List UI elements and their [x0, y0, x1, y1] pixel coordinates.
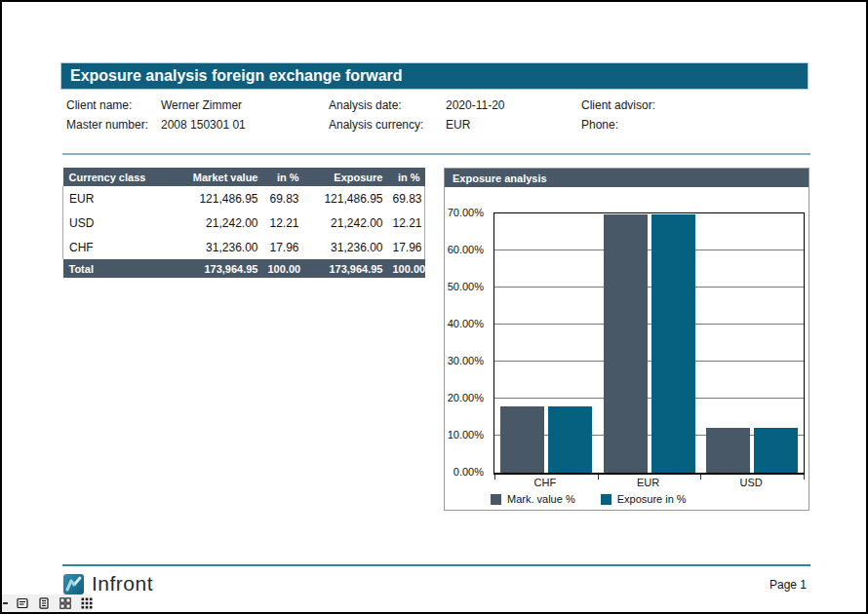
cell-market-pct: 17.96 [263, 235, 304, 259]
cell-exposure-pct: 12.21 [388, 211, 425, 235]
header-separator-line [62, 153, 810, 155]
page-number: Page 1 [769, 578, 807, 592]
legend-swatch [491, 494, 501, 505]
client-advisor-label: Client advisor: [581, 98, 655, 112]
y-tick-label: 10.00% [448, 429, 484, 441]
report-page: Exposure analysis foreign exchange forwa… [0, 0, 868, 614]
x-category-label: CHF [493, 477, 597, 488]
y-tick-label: 0.00% [454, 466, 484, 478]
bars-container [494, 213, 804, 473]
total-market-value: 173,964.95 [180, 259, 263, 278]
cell-market-pct: 12.21 [263, 211, 304, 235]
infront-logo-icon [62, 572, 86, 595]
bar-eur [651, 214, 695, 473]
chart-panel-header: Exposure analysis [445, 169, 809, 187]
category-slot-usd [700, 213, 804, 473]
col-header-market-pct: in % [263, 168, 304, 186]
chart-x-axis: CHFEURUSD [493, 477, 803, 488]
client-name-label: Client name: [66, 98, 132, 112]
currency-class-table: Currency class Market value in % Exposur… [62, 168, 425, 278]
legend-item: Exposure in % [601, 493, 687, 505]
cell-currency: CHF [63, 235, 180, 259]
y-tick-label: 70.00% [448, 207, 484, 218]
multi-page-view-icon[interactable] [59, 597, 71, 609]
table-row: EUR 121,486.95 69.83 121,486.95 69.83 [63, 186, 425, 211]
table-header-row: Currency class Market value in % Exposur… [63, 168, 425, 186]
y-tick-label: 50.00% [448, 281, 484, 292]
continuous-page-view-icon[interactable] [38, 597, 50, 609]
infront-logo: Infront [62, 572, 153, 595]
analysis-currency-value: EUR [446, 118, 470, 132]
legend-label: Exposure in % [617, 493, 687, 505]
master-number-value: 2008 150301 01 [161, 118, 246, 132]
analysis-date-value: 2020-11-20 [446, 98, 505, 112]
total-label: Total [63, 259, 180, 278]
bar-eur [604, 214, 648, 473]
category-slot-chf [494, 213, 598, 473]
table-row: USD 21,242.00 12.21 21,242.00 12.21 [63, 211, 425, 235]
cell-exposure-pct: 17.96 [388, 235, 425, 259]
col-header-market-value: Market value [180, 168, 263, 186]
category-slot-eur [598, 213, 701, 473]
cell-market-value: 21,242.00 [180, 211, 263, 235]
cell-currency: EUR [63, 186, 180, 211]
total-exposure-pct: 100.00 [388, 259, 425, 278]
footer-separator-line [62, 564, 810, 566]
report-title-bar: Exposure analysis foreign exchange forwa… [60, 62, 809, 90]
total-exposure: 173,964.95 [304, 259, 388, 278]
total-market-pct: 100.00 [263, 259, 304, 278]
y-tick-label: 20.00% [448, 392, 484, 403]
bar-chf [548, 406, 592, 473]
thumbnail-grid-icon[interactable] [81, 597, 93, 609]
brand-name: Infront [92, 572, 153, 595]
bar-usd [706, 428, 750, 473]
x-axis-tick [804, 475, 805, 480]
bar-chf [500, 406, 544, 473]
x-category-label: EUR [597, 477, 700, 488]
cell-market-value: 31,236.00 [180, 235, 263, 259]
cell-market-value: 121,486.95 [180, 186, 263, 211]
page-title: Exposure analysis foreign exchange forwa… [70, 67, 403, 85]
client-name-value: Werner Zimmer [161, 98, 242, 112]
analysis-date-label: Analysis date: [329, 98, 402, 112]
x-category-label: USD [699, 477, 803, 488]
cell-exposure: 31,236.00 [304, 235, 388, 259]
table-row: CHF 31,236.00 17.96 31,236.00 17.96 [63, 235, 425, 259]
toolbar-handle[interactable] [3, 602, 8, 604]
view-mode-toolbar [2, 595, 92, 612]
table-total-row: Total 173,964.95 100.00 173,964.95 100.0… [63, 259, 425, 278]
bar-usd [754, 428, 798, 473]
single-page-view-icon[interactable] [17, 597, 28, 609]
cell-exposure-pct: 69.83 [388, 186, 425, 211]
y-tick-label: 60.00% [448, 244, 484, 255]
col-header-exposure: Exposure [304, 168, 388, 186]
legend-item: Mark. value % [491, 493, 575, 505]
exposure-analysis-chart-panel: Exposure analysis 0.00%10.00%20.00%30.00… [444, 168, 809, 511]
chart-y-axis: 0.00%10.00%20.00%30.00%40.00%50.00%60.00… [445, 212, 489, 472]
col-header-currency-class: Currency class [63, 168, 180, 186]
legend-label: Mark. value % [507, 493, 575, 505]
chart-panel-title: Exposure analysis [453, 173, 547, 184]
cell-exposure: 21,242.00 [304, 211, 388, 235]
cell-exposure: 121,486.95 [304, 186, 388, 211]
cell-currency: USD [63, 211, 180, 235]
y-tick-label: 40.00% [448, 318, 484, 329]
master-number-label: Master number: [66, 118, 148, 132]
analysis-currency-label: Analysis currency: [329, 118, 423, 132]
chart-plot [493, 212, 805, 475]
chart-legend: Mark. value %Exposure in % [491, 493, 687, 505]
y-tick-label: 30.00% [448, 355, 484, 366]
phone-label: Phone: [581, 118, 618, 132]
col-header-exposure-pct: in % [388, 168, 425, 186]
cell-market-pct: 69.83 [263, 186, 304, 211]
legend-swatch [601, 494, 612, 505]
